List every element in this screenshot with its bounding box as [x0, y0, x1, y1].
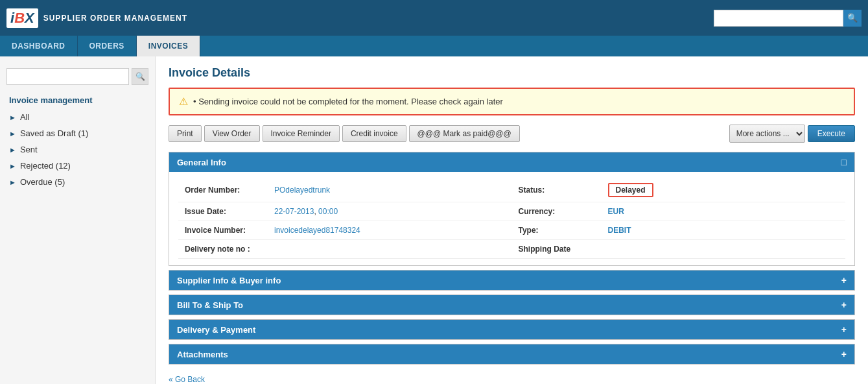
tab-dashboard[interactable]: DASHBOARD	[0, 36, 78, 56]
logo-area: iBX SUPPLIER ORDER MANAGEMENT	[6, 8, 187, 28]
top-search-button[interactable]: 🔍	[843, 10, 862, 27]
sidebar-search-area: 🔍	[0, 63, 155, 90]
currency-label: Currency:	[519, 207, 603, 216]
page-title: Invoice Details	[169, 66, 855, 80]
attachments-header[interactable]: Attachments +	[169, 344, 854, 364]
info-cell-shipping-date: Shipping Date	[512, 240, 846, 259]
execute-button[interactable]: Execute	[808, 125, 855, 142]
sidebar-search-input[interactable]	[6, 68, 129, 85]
view-order-button[interactable]: View Order	[204, 125, 260, 142]
status-badge: Delayed	[608, 183, 653, 197]
info-cell-status: Status: Delayed	[512, 178, 846, 202]
info-cell-currency: Currency: EUR	[512, 202, 846, 221]
general-info-title: General Info	[177, 158, 226, 167]
sidebar-search-button[interactable]: 🔍	[132, 68, 148, 85]
invoice-reminder-button[interactable]: Invoice Reminder	[263, 125, 340, 142]
arrow-icon: ►	[9, 146, 16, 154]
shipping-date-label: Shipping Date	[519, 245, 603, 254]
top-search-input[interactable]	[714, 10, 843, 27]
mark-as-paid-button[interactable]: @@@ Mark as paid@@@	[409, 125, 520, 142]
delivery-payment-panel: Delivery & Payment +	[169, 319, 855, 340]
currency-value: EUR	[608, 207, 624, 216]
general-info-panel: General Info □ Order Number: POdelayedtr…	[169, 152, 855, 266]
expand-icon: +	[841, 275, 847, 285]
sidebar-item-label: Overdue (5)	[20, 177, 65, 187]
bill-to-header[interactable]: Bill To & Ship To +	[169, 295, 854, 315]
issue-date-label: Issue Date:	[185, 207, 269, 216]
sidebar-item-draft[interactable]: ► Saved as Draft (1)	[0, 125, 155, 141]
info-cell-type: Type: DEBIT	[512, 221, 846, 240]
delivery-payment-title: Delivery & Payment	[177, 325, 255, 335]
attachments-panel: Attachments +	[169, 344, 855, 365]
issue-date-value: 22-07-2013, 00:00	[274, 207, 338, 216]
sidebar-title: Invoice management	[0, 90, 155, 109]
status-label: Status:	[519, 186, 603, 195]
supplier-info-panel: Supplier Info & Buyer info +	[169, 270, 855, 291]
expand-icon: +	[841, 324, 847, 335]
sidebar-item-overdue[interactable]: ► Overdue (5)	[0, 174, 155, 190]
warning-icon: ⚠	[179, 95, 188, 108]
expand-icon: □	[841, 157, 847, 167]
more-actions-dropdown[interactable]: More actions ... Download PDF Send by Em…	[729, 125, 805, 143]
sidebar-item-label: Rejected (12)	[20, 161, 71, 171]
tab-invoices[interactable]: INVOICES	[137, 36, 200, 56]
action-buttons: Print View Order Invoice Reminder Credit…	[169, 125, 855, 143]
info-cell-order-number: Order Number: POdelayedtrunk	[178, 178, 512, 202]
more-actions-wrap: More actions ... Download PDF Send by Em…	[729, 125, 855, 143]
nav-tabs: DASHBOARD ORDERS INVOICES	[0, 36, 868, 56]
alert-message: • Sending invoice could not be completed…	[193, 97, 503, 106]
arrow-icon: ►	[9, 178, 16, 186]
delivery-payment-header[interactable]: Delivery & Payment +	[169, 320, 854, 339]
expand-icon: +	[841, 300, 847, 310]
sidebar-item-rejected[interactable]: ► Rejected (12)	[0, 158, 155, 174]
content-area: Invoice Details ⚠ • Sending invoice coul…	[156, 56, 868, 384]
arrow-icon: ►	[9, 162, 16, 170]
attachments-title: Attachments	[177, 350, 228, 359]
sidebar-item-sent[interactable]: ► Sent	[0, 141, 155, 158]
arrow-icon: ►	[9, 114, 16, 121]
print-button[interactable]: Print	[169, 125, 202, 142]
top-header: iBX SUPPLIER ORDER MANAGEMENT 🔍	[0, 0, 868, 36]
sidebar: 🔍 Invoice management ► All ► Saved as Dr…	[0, 56, 156, 384]
sidebar-item-label: Saved as Draft (1)	[20, 128, 89, 138]
credit-invoice-button[interactable]: Credit invoice	[342, 125, 406, 142]
invoice-number-value[interactable]: invoicedelayed81748324	[274, 226, 360, 235]
info-grid: Order Number: POdelayedtrunk Status: Del…	[178, 178, 845, 259]
supplier-info-header[interactable]: Supplier Info & Buyer info +	[169, 270, 854, 290]
sidebar-item-label: All	[20, 112, 29, 122]
info-cell-delivery-note: Delivery note no :	[178, 240, 512, 259]
order-number-value[interactable]: POdelayedtrunk	[274, 186, 330, 195]
bill-to-title: Bill To & Ship To	[177, 300, 243, 310]
general-info-header[interactable]: General Info □	[169, 152, 854, 172]
general-info-body: Order Number: POdelayedtrunk Status: Del…	[169, 172, 854, 265]
top-search-area: 🔍	[714, 10, 862, 27]
type-value: DEBIT	[608, 226, 631, 235]
tab-orders[interactable]: ORDERS	[78, 36, 137, 56]
type-label: Type:	[519, 226, 603, 235]
logo: iBX	[6, 8, 38, 28]
sidebar-item-all[interactable]: ► All	[0, 109, 155, 125]
app-title: SUPPLIER ORDER MANAGEMENT	[43, 14, 187, 23]
sidebar-item-label: Sent	[20, 145, 38, 154]
invoice-number-label: Invoice Number:	[185, 226, 269, 235]
expand-icon: +	[841, 349, 847, 359]
alert-box: ⚠ • Sending invoice could not be complet…	[169, 88, 855, 115]
info-cell-invoice-number: Invoice Number: invoicedelayed81748324	[178, 221, 512, 240]
delivery-note-label: Delivery note no :	[185, 245, 269, 254]
info-cell-issue-date: Issue Date: 22-07-2013, 00:00	[178, 202, 512, 221]
arrow-icon: ►	[9, 130, 16, 138]
bill-to-panel: Bill To & Ship To +	[169, 294, 855, 315]
main-layout: 🔍 Invoice management ► All ► Saved as Dr…	[0, 56, 868, 384]
supplier-info-title: Supplier Info & Buyer info	[177, 276, 281, 285]
go-back-link[interactable]: « Go Back	[169, 375, 205, 384]
order-number-label: Order Number:	[185, 186, 269, 195]
